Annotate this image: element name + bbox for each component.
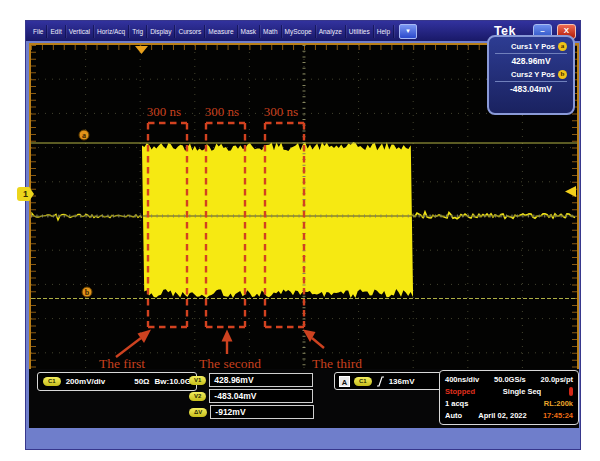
menu-analyze[interactable]: Analyze xyxy=(316,25,346,38)
menu-myscope[interactable]: MyScope xyxy=(282,25,316,38)
curs1-label: Curs1 Y Pos xyxy=(511,42,555,51)
page: { "menu": { "items": ["File","Edit","Ver… xyxy=(0,0,600,461)
channel-impedance: 50Ω xyxy=(134,377,149,386)
menu-cursors[interactable]: Cursors xyxy=(175,25,205,38)
record-length: RL:200k xyxy=(544,399,573,408)
cursor-b-badge: b xyxy=(85,288,90,297)
oscilloscope-window: FileEditVerticalHoriz/AcqTrigDisplayCurs… xyxy=(25,20,581,450)
resolution: 20.0ps/pt xyxy=(540,375,573,384)
interval-label-2: 300 ns xyxy=(205,104,239,119)
sample-rate: 50.0GS/s xyxy=(494,375,526,384)
measurement-readouts: V1428.96mVV2-483.04mVΔV-912mV xyxy=(189,372,324,420)
trigger-mode: Auto xyxy=(445,411,462,420)
arrowhead-first-subpulse xyxy=(138,330,152,344)
date: April 02, 2022 xyxy=(478,411,526,420)
menu-edit[interactable]: Edit xyxy=(47,25,65,38)
measurement-value-1: 428.96mV xyxy=(209,373,313,387)
menu-display[interactable]: Display xyxy=(147,25,175,38)
menu-items: FileEditVerticalHoriz/AcqTrigDisplayCurs… xyxy=(30,25,394,38)
menu-math[interactable]: Math xyxy=(260,25,281,38)
menu-trig[interactable]: Trig xyxy=(129,25,147,38)
curs1-value: 428.96mV xyxy=(495,56,567,66)
interval-label-3: 300 ns xyxy=(264,104,298,119)
menu-utilities[interactable]: Utilities xyxy=(346,25,374,38)
channel-c1-pill[interactable]: C1 xyxy=(43,377,61,386)
acq-count: 1 acqs xyxy=(445,399,468,408)
menu-horiz-acq[interactable]: Horiz/Acq xyxy=(94,25,129,38)
trigger-readout: A C1 136mV xyxy=(334,372,446,390)
trigger-level: 136mV xyxy=(389,377,415,386)
measurement-row-3: ΔV-912mV xyxy=(189,404,324,420)
marker-pin-icon xyxy=(569,387,573,396)
status-bar: C1 200mV/div 50Ω Bw:10.0G V1428.96mVV2-4… xyxy=(29,369,579,428)
menu-mask[interactable]: Mask xyxy=(238,25,261,38)
curs2-label: Curs2 Y Pos xyxy=(511,70,555,79)
menu-vertical[interactable]: Vertical xyxy=(66,25,94,38)
measurement-pill-v1: V1 xyxy=(189,376,206,385)
arrowhead-second-subpulse xyxy=(222,330,233,342)
acq-mode: Single Seq xyxy=(503,387,541,396)
measurement-pill-v2: V2 xyxy=(189,392,206,401)
measurement-row-1: V1428.96mV xyxy=(189,372,324,388)
interval-label-1: 300 ns xyxy=(147,104,181,119)
timebase: 400ns/div xyxy=(445,375,479,384)
cursor-b-handle[interactable]: b xyxy=(82,287,92,297)
cursor-a-badge: a xyxy=(82,131,86,140)
menu-measure[interactable]: Measure xyxy=(205,25,237,38)
acquisition-readout: 400ns/div 50.0GS/s 20.0ps/pt Stopped Sin… xyxy=(439,370,579,425)
menu-dropdown-button[interactable]: ▼ xyxy=(399,24,417,39)
channel-scale: 200mV/div xyxy=(66,377,106,386)
menu-file[interactable]: File xyxy=(30,25,47,38)
arrow-first-subpulse xyxy=(116,338,141,357)
measurement-pill-δv: ΔV xyxy=(189,408,207,417)
burst-waveform xyxy=(142,142,413,298)
divider xyxy=(495,53,567,54)
arrow-third-subpulse xyxy=(312,338,324,348)
noise-baseline xyxy=(32,213,142,220)
cursor-a-handle[interactable]: a xyxy=(79,130,89,140)
curs2-value: -483.04mV xyxy=(495,84,567,94)
clock: 17:45:24 xyxy=(543,411,573,420)
menu-help[interactable]: Help xyxy=(374,25,394,38)
channel-readout: C1 200mV/div 50Ω Bw:10.0G xyxy=(37,372,197,391)
rising-edge-icon xyxy=(376,376,385,387)
cursor-readout-panel: Curs1 Y Pos a 428.96mV Curs2 Y Pos b -48… xyxy=(487,35,575,115)
trigger-channel-pill[interactable]: C1 xyxy=(354,377,372,386)
trigger-position-marker[interactable] xyxy=(135,46,148,54)
trigger-level-arrow[interactable] xyxy=(565,186,576,197)
curs1-badge: a xyxy=(558,42,567,51)
trigger-source-icon: A xyxy=(339,376,350,387)
measurement-value-3: -912mV xyxy=(210,405,314,419)
measurement-value-2: -483.04mV xyxy=(209,389,313,403)
curs2-badge: b xyxy=(558,70,567,79)
divider xyxy=(495,81,567,82)
channel-bandwidth: Bw:10.0G xyxy=(155,377,191,386)
measurement-row-2: V2-483.04mV xyxy=(189,388,324,404)
acq-state: Stopped xyxy=(445,387,475,396)
